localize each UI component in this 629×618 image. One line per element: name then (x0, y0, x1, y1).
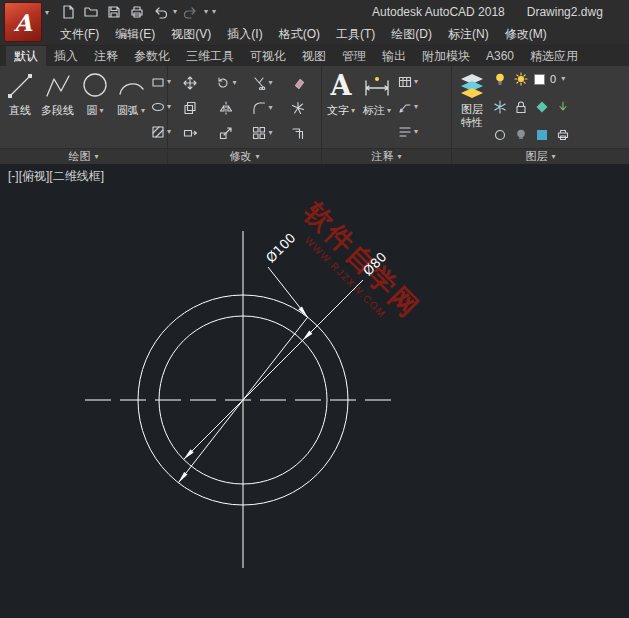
viewport-controls[interactable]: [-][俯视][二维线框] (8, 168, 104, 185)
table-chevron-icon[interactable]: ▾ (414, 78, 418, 86)
layer-walk-button[interactable] (492, 127, 508, 143)
erase-tool-button[interactable] (290, 75, 306, 91)
copy-tool-button[interactable] (182, 100, 198, 116)
redo-button[interactable] (181, 3, 200, 22)
menu-item-dimension[interactable]: 标注(N) (440, 23, 497, 46)
leader-tool-button[interactable] (397, 99, 413, 115)
rectangle-tool-button[interactable] (150, 74, 166, 90)
line-tool-button[interactable]: 直线 (3, 69, 37, 145)
rotate-tool-button[interactable] (215, 75, 231, 91)
polyline-tool-button[interactable]: 多段线 (39, 69, 76, 145)
menu-item-draw[interactable]: 绘图(D) (383, 23, 440, 46)
fillet-chevron-icon[interactable]: ▾ (268, 104, 272, 112)
dimension-chevron-icon[interactable]: ▾ (387, 107, 391, 115)
layer-off-button[interactable] (513, 127, 529, 143)
circle-tool-button[interactable]: 圆▾ (78, 69, 112, 145)
dimension-d100-text[interactable]: Ø100 (263, 230, 298, 265)
autocad-window: A ▾ ▾ ▾ ▾ Autodesk AutoCAD 2018 Drawing2… (0, 0, 629, 618)
menu-item-file[interactable]: 文件(F) (52, 23, 107, 46)
tab-default[interactable]: 默认 (6, 46, 46, 66)
undo-button[interactable] (150, 3, 169, 22)
model-space[interactable]: Ø100 Ø80 (0, 164, 629, 618)
tab-insert[interactable]: 插入 (46, 46, 86, 66)
drawing-area[interactable]: [-][俯视][二维线框] 软件自学网 WWW.RJZXW.COM Ø100 (0, 164, 629, 618)
menu-item-format[interactable]: 格式(O) (271, 23, 328, 46)
layer-isolate-button[interactable] (534, 99, 550, 115)
tab-annotate[interactable]: 注释 (86, 46, 126, 66)
save-button[interactable] (104, 3, 123, 22)
modify-panel-title-button[interactable]: 修改▾ (168, 149, 322, 164)
layer-on-off-button[interactable] (492, 71, 508, 87)
mirror-tool-button[interactable] (218, 100, 234, 116)
ellipse-icon (151, 100, 165, 114)
arc-tool-button[interactable]: 圆弧▾ (114, 69, 148, 145)
stretch-icon (183, 126, 197, 140)
text-tool-button[interactable]: A 文字▾ (325, 69, 357, 145)
application-menu-chevron-icon[interactable]: ▾ (45, 8, 49, 17)
menu-item-view[interactable]: 视图(V) (163, 23, 219, 46)
tab-view[interactable]: 视图 (294, 46, 334, 66)
layer-properties-button[interactable]: 图层特性 (455, 69, 489, 145)
layer-match-button[interactable] (555, 99, 571, 115)
table-icon (398, 75, 412, 89)
tab-a360[interactable]: A360 (478, 46, 522, 66)
text-chevron-icon[interactable]: ▾ (351, 107, 355, 115)
text-style-button[interactable] (397, 124, 413, 140)
trim-tool-button[interactable] (251, 75, 267, 91)
stretch-tool-button[interactable] (182, 125, 198, 141)
application-menu-button[interactable]: A (4, 2, 42, 42)
polyline-tool-label: 多段线 (41, 103, 74, 118)
tab-3d-tools[interactable]: 三维工具 (178, 46, 242, 66)
layers-panel: 图层特性 0 ▾ (452, 66, 629, 148)
erase-icon (291, 76, 305, 90)
circle-chevron-icon[interactable]: ▾ (99, 107, 103, 115)
redo-chevron-icon[interactable]: ▾ (204, 8, 208, 16)
hatch-icon (151, 125, 165, 139)
layer-freeze-button[interactable] (513, 71, 529, 87)
layer-color-button[interactable] (534, 127, 550, 143)
move-tool-button[interactable] (182, 75, 198, 91)
tab-featured-apps[interactable]: 精选应用 (522, 46, 586, 66)
tab-parametric[interactable]: 参数化 (126, 46, 178, 66)
arc-chevron-icon[interactable]: ▾ (141, 107, 145, 115)
save-icon (106, 4, 122, 20)
tab-output[interactable]: 输出 (374, 46, 414, 66)
scale-tool-button[interactable] (218, 125, 234, 141)
explode-tool-button[interactable] (290, 100, 306, 116)
menu-item-tools[interactable]: 工具(T) (328, 23, 383, 46)
qat-customize-chevron-icon[interactable]: ▾ (212, 8, 216, 16)
layer-freeze-all-button[interactable] (492, 99, 508, 115)
menu-item-edit[interactable]: 编辑(E) (107, 23, 163, 46)
open-file-button[interactable] (81, 3, 100, 22)
plot-button[interactable] (127, 3, 146, 22)
tab-visualize[interactable]: 可视化 (242, 46, 294, 66)
layer-lock-button[interactable] (513, 99, 529, 115)
tab-manage[interactable]: 管理 (334, 46, 374, 66)
text-style-chevron-icon[interactable]: ▾ (414, 128, 418, 136)
menu-item-modify[interactable]: 修改(M) (497, 23, 555, 46)
leader-chevron-icon[interactable]: ▾ (414, 103, 418, 111)
annotation-panel-title-button[interactable]: 注释▾ (322, 149, 452, 164)
table-tool-button[interactable] (397, 74, 413, 90)
layer-color-swatch[interactable] (534, 74, 545, 85)
fillet-tool-button[interactable] (251, 100, 267, 116)
layer-diamond-icon (535, 100, 549, 114)
dimension-tool-button[interactable]: 标注▾ (359, 69, 395, 145)
rotate-chevron-icon[interactable]: ▾ (232, 79, 236, 87)
draw-panel-title-button[interactable]: 绘图▾ (0, 149, 168, 164)
dimension-d80[interactable]: Ø80 (184, 249, 390, 459)
menu-item-insert[interactable]: 插入(I) (219, 23, 270, 46)
layers-panel-title-button[interactable]: 图层▾ (452, 149, 629, 164)
undo-chevron-icon[interactable]: ▾ (173, 8, 177, 16)
new-file-button[interactable] (58, 3, 77, 22)
trim-chevron-icon[interactable]: ▾ (268, 79, 272, 87)
array-tool-button[interactable] (251, 125, 267, 141)
dimension-d80-text[interactable]: Ø80 (360, 249, 390, 279)
layer-dropdown-chevron-icon[interactable]: ▾ (561, 75, 565, 83)
layer-plot-button[interactable] (555, 127, 571, 143)
tab-addins[interactable]: 附加模块 (414, 46, 478, 66)
array-chevron-icon[interactable]: ▾ (268, 129, 272, 137)
hatch-tool-button[interactable] (150, 124, 166, 140)
ellipse-tool-button[interactable] (150, 99, 166, 115)
offset-tool-button[interactable] (290, 125, 306, 141)
